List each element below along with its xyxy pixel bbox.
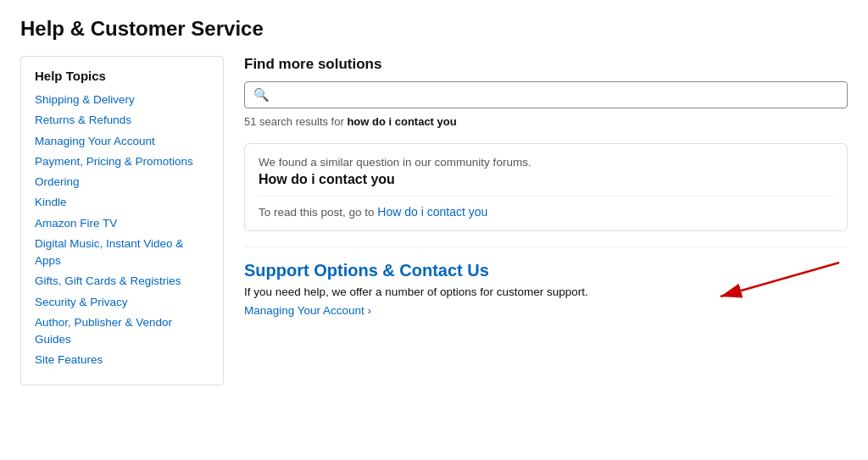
sidebar-item-gifts[interactable]: Gifts, Gift Cards & Registries (35, 273, 209, 290)
sidebar-item-managing-account[interactable]: Managing Your Account (35, 133, 209, 150)
red-arrow-icon (576, 256, 848, 307)
forum-card-link-prefix: To read this post, go to (259, 206, 377, 219)
search-icon: 🔍 (253, 87, 270, 103)
sidebar: Help Topics Shipping & DeliveryReturns &… (20, 56, 224, 385)
sidebar-item-shipping-delivery[interactable]: Shipping & Delivery (35, 91, 209, 108)
forum-card-intro: We found a similar question in our commu… (259, 156, 833, 169)
support-options-title[interactable]: Support Options & Contact Us (244, 261, 489, 280)
sidebar-item-kindle[interactable]: Kindle (35, 194, 209, 211)
sidebar-item-digital-music[interactable]: Digital Music, Instant Video & Apps (35, 236, 209, 270)
sidebar-item-amazon-fire-tv[interactable]: Amazon Fire TV (35, 215, 209, 232)
sidebar-item-ordering[interactable]: Ordering (35, 174, 209, 191)
search-results-text: 51 search results for how do i contact y… (244, 115, 848, 128)
sidebar-item-payment-pricing[interactable]: Payment, Pricing & Promotions (35, 153, 209, 170)
support-description: If you need help, we offer a number of o… (244, 285, 848, 298)
search-query: how do i contact you (347, 115, 456, 128)
support-section: Support Options & Contact Us If you need… (244, 247, 848, 317)
find-solutions-title: Find more solutions (244, 56, 848, 73)
sidebar-item-author-publisher[interactable]: Author, Publisher & Vendor Guides (35, 314, 209, 349)
forum-card-separator (259, 196, 833, 197)
arrow-container (576, 256, 848, 307)
forum-card: We found a similar question in our commu… (244, 143, 848, 231)
search-results-prefix: 51 search results for (244, 115, 347, 128)
search-input[interactable] (276, 88, 838, 102)
sidebar-title: Help Topics (35, 69, 209, 83)
layout: Help Topics Shipping & DeliveryReturns &… (20, 56, 848, 385)
sidebar-item-security-privacy[interactable]: Security & Privacy (35, 294, 209, 311)
forum-card-link[interactable]: How do i contact you (377, 205, 487, 219)
search-bar: 🔍 (244, 81, 848, 108)
sidebar-item-returns-refunds[interactable]: Returns & Refunds (35, 112, 209, 129)
page-title: Help & Customer Service (20, 17, 848, 41)
main-content: Find more solutions 🔍 51 search results … (244, 56, 848, 317)
managing-account-link[interactable]: Managing Your Account › (244, 304, 371, 317)
sidebar-item-site-features[interactable]: Site Features (35, 352, 209, 369)
forum-card-question: How do i contact you (259, 172, 833, 187)
